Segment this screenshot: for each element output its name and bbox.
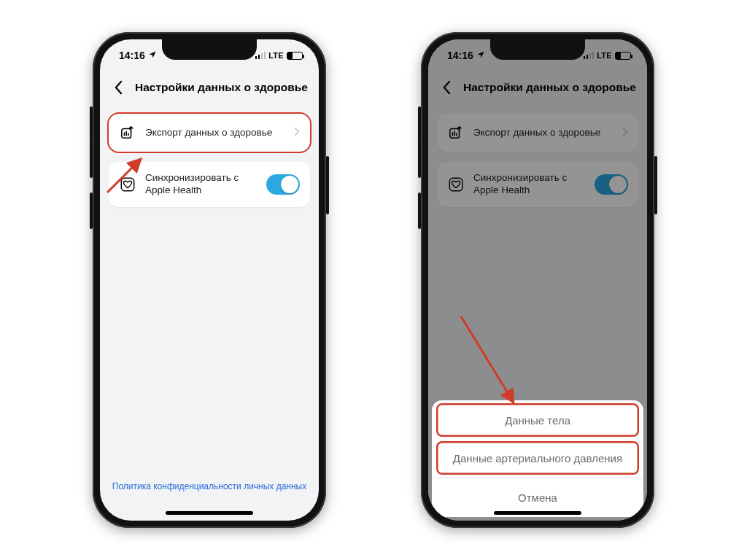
heart-icon <box>119 176 136 193</box>
chevron-left-icon <box>114 80 123 95</box>
notch <box>490 39 585 60</box>
cellular-signal-icon <box>255 52 266 59</box>
svg-rect-1 <box>121 178 133 190</box>
action-sheet: Данные тела Данные артериального давлени… <box>432 400 643 517</box>
chevron-right-icon <box>294 126 300 139</box>
privacy-policy-link[interactable]: Политика конфиденциальности личных данны… <box>100 481 319 491</box>
location-icon <box>148 50 157 61</box>
device-left: 14:16 LTE Настройки данных о здоровье <box>93 32 326 528</box>
action-sheet-option-bp-data[interactable]: Данные артериального давления <box>436 441 639 475</box>
home-indicator[interactable] <box>494 511 581 515</box>
sync-row-label: Синхронизировать с Apple Health <box>145 172 258 197</box>
home-indicator[interactable] <box>166 511 253 515</box>
page-header: Настройки данных о здоровье <box>100 71 319 104</box>
network-label: LTE <box>268 51 284 60</box>
device-right: 14:16 LTE Настройки данных о здоровье <box>421 32 654 528</box>
export-health-data-row[interactable]: Экспорт данных о здоровье <box>109 114 310 152</box>
export-row-label: Экспорт данных о здоровье <box>145 127 285 139</box>
back-button[interactable] <box>106 80 131 95</box>
status-time: 14:16 <box>119 50 145 61</box>
notch <box>162 39 257 60</box>
sync-toggle[interactable] <box>266 174 300 195</box>
export-icon <box>119 124 136 141</box>
action-sheet-option-body-data[interactable]: Данные тела <box>436 403 639 437</box>
page-title: Настройки данных о здоровье <box>135 81 308 94</box>
sync-apple-health-row: Синхронизировать с Apple Health <box>109 162 310 207</box>
battery-icon <box>287 52 303 60</box>
